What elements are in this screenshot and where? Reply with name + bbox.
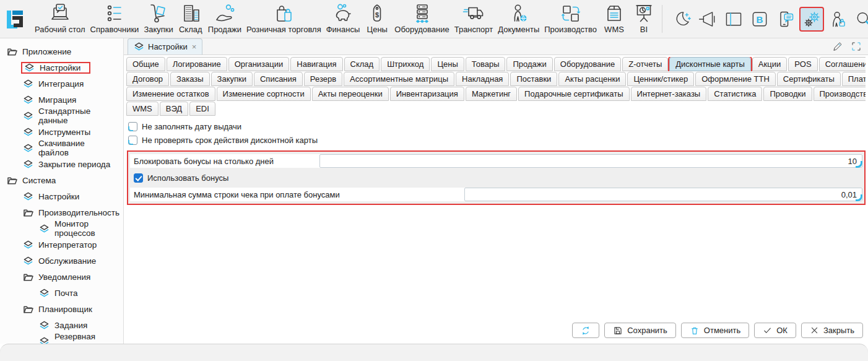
user-lock-button[interactable] xyxy=(827,8,849,30)
tab[interactable]: Акты переоценки xyxy=(312,87,389,101)
tab[interactable]: Статистика xyxy=(708,87,762,101)
tab[interactable]: Накладная xyxy=(456,72,509,86)
tree-item[interactable]: Монитор процессов xyxy=(0,220,123,237)
tab[interactable]: Логирование xyxy=(167,57,227,71)
tab[interactable]: EDI xyxy=(189,102,215,116)
menu-transport[interactable]: Транспорт xyxy=(452,3,496,34)
tab[interactable]: Изменение сортности xyxy=(217,87,311,101)
tree-item[interactable]: Настройки xyxy=(0,188,123,204)
cancel-button[interactable]: Отменить xyxy=(681,323,749,338)
document-tab-settings[interactable]: Настройки × xyxy=(128,38,202,54)
tab[interactable]: Инвентаризация xyxy=(390,87,464,101)
menu-wms[interactable]: WMS xyxy=(599,3,629,34)
tree-item[interactable]: Скачивание файлов xyxy=(0,140,123,156)
tab[interactable]: Соглашение xyxy=(819,57,866,71)
pencil-icon[interactable] xyxy=(832,41,843,52)
folder-icon xyxy=(23,305,33,314)
checkbox[interactable] xyxy=(128,122,137,131)
tab[interactable]: Оборудование xyxy=(554,57,621,71)
min-sum-input[interactable] xyxy=(464,188,862,201)
tab[interactable]: Акции xyxy=(752,57,787,71)
refresh-button[interactable] xyxy=(572,323,599,338)
close-button[interactable]: Закрыть xyxy=(801,323,863,338)
tab[interactable]: Цены xyxy=(431,57,464,71)
menu-catalogs[interactable]: Справочники xyxy=(88,3,142,34)
tab[interactable]: Изменение остатков xyxy=(126,87,215,101)
checkbox-row[interactable]: Не проверять срок действия дисконтной ка… xyxy=(126,133,866,147)
tab[interactable]: Маркетинг xyxy=(466,87,517,101)
tab[interactable]: ВЭД xyxy=(160,102,188,116)
tab[interactable]: Заказы xyxy=(170,72,209,86)
menu-production[interactable]: Производство xyxy=(542,3,599,34)
tree-item[interactable]: Приложение xyxy=(0,43,123,59)
tab[interactable]: Склад xyxy=(344,57,380,71)
tab[interactable]: Продажи xyxy=(506,57,552,71)
block-days-row: Блокировать бонусы на столько дней xyxy=(130,154,862,168)
tab[interactable]: Ценник/стикер xyxy=(627,72,694,86)
tab[interactable]: Производство xyxy=(814,87,866,101)
menu-desktop[interactable]: Рабочий стол xyxy=(32,3,88,34)
tab[interactable]: Штрихкод xyxy=(381,57,430,71)
tab[interactable]: Платежи xyxy=(842,72,866,86)
tab[interactable]: Дисконтные карты xyxy=(669,57,751,71)
tab[interactable]: Сертификаты xyxy=(777,72,841,86)
save-button[interactable]: Сохранить xyxy=(604,323,676,338)
menu-purchases[interactable]: Закупки xyxy=(141,3,175,34)
tab[interactable]: Навигация xyxy=(290,57,342,71)
tab[interactable]: Товары xyxy=(466,57,506,71)
tree-item[interactable]: Интеграция xyxy=(0,76,123,92)
tree-item[interactable]: Почта xyxy=(0,285,123,301)
block-days-label: Блокировать бонусы на столько дней xyxy=(130,157,319,166)
refresh-icon xyxy=(581,326,591,336)
tab[interactable]: WMS xyxy=(126,102,158,116)
button-label: Отменить xyxy=(704,326,740,335)
ok-button[interactable]: ОК xyxy=(754,323,796,338)
menu-sales[interactable]: Продажи xyxy=(206,3,244,34)
tab[interactable]: Поставки xyxy=(510,72,557,86)
menu-equipment[interactable]: Оборудование xyxy=(392,3,451,34)
checkbox-row[interactable]: Не заполнять дату выдачи xyxy=(126,120,866,133)
tree-item[interactable]: Стандартные данные xyxy=(0,108,123,124)
block-days-input[interactable] xyxy=(319,154,862,168)
tree-item[interactable]: Уведомления xyxy=(0,269,123,285)
tab[interactable]: Подарочные сертификаты xyxy=(518,87,629,101)
announcement-button[interactable] xyxy=(697,8,719,30)
phone-chat-button[interactable] xyxy=(775,8,797,30)
tab[interactable]: POS xyxy=(788,57,817,71)
checkbox[interactable] xyxy=(128,136,137,145)
use-bonus-checkbox[interactable] xyxy=(134,173,143,183)
tree-item[interactable]: Планировщик xyxy=(0,301,123,317)
tab[interactable]: Акты расценки xyxy=(558,72,626,86)
tree-item[interactable]: Закрытие периода xyxy=(0,156,123,172)
settings-button[interactable] xyxy=(801,8,823,30)
tab-close-icon[interactable]: × xyxy=(192,42,197,51)
menu-finance[interactable]: Финансы xyxy=(324,3,363,34)
night-mode-button[interactable] xyxy=(671,8,693,30)
tab[interactable]: Закупки xyxy=(211,72,253,86)
tab[interactable]: Оформление ТТН xyxy=(695,72,776,86)
use-bonus-row[interactable]: Использовать бонусы xyxy=(130,171,862,185)
split-view-button[interactable] xyxy=(723,8,745,30)
tab[interactable]: Резерв xyxy=(304,72,342,86)
tree-item[interactable]: Настройки xyxy=(0,59,123,76)
tab[interactable]: Общие xyxy=(126,57,165,71)
tab[interactable]: Организации xyxy=(228,57,290,71)
menu-bi[interactable]: BI xyxy=(629,3,659,34)
menu-prices[interactable]: $ Цены xyxy=(362,3,392,34)
retail-icon xyxy=(271,3,296,24)
menu-retail[interactable]: Розничная торговля xyxy=(244,3,324,34)
search-button[interactable] xyxy=(853,8,868,30)
tab[interactable]: Договор xyxy=(126,72,169,86)
tree-item[interactable]: Система xyxy=(0,172,123,188)
maximize-icon[interactable] xyxy=(851,41,862,52)
tab[interactable]: Проводки xyxy=(763,87,812,101)
tab[interactable]: Z-отчеты xyxy=(622,57,668,71)
tab[interactable]: Списания xyxy=(254,72,303,86)
tab[interactable]: Ассортиментные матрицы xyxy=(344,72,454,86)
tab[interactable]: Интернет-заказы xyxy=(631,87,707,101)
tree-item[interactable]: Резервная копия xyxy=(0,333,123,344)
bold-b-button[interactable]: B xyxy=(749,8,771,30)
menu-documents[interactable]: Документы xyxy=(495,3,542,34)
menu-warehouse[interactable]: Склад xyxy=(176,3,206,34)
tree-item[interactable]: Обслуживание xyxy=(0,253,123,269)
